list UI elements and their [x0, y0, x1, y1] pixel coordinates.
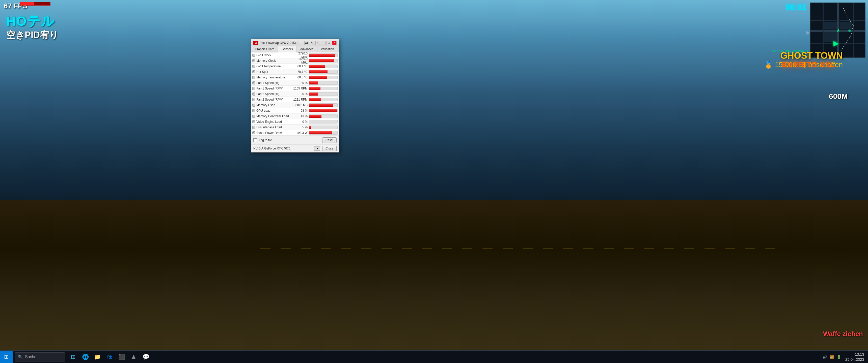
sensor-row-fan2-rpm: ▾ Fan 2 Speed (RPM) 1211 RPM	[251, 97, 339, 102]
taskbar-search-placeholder: Suche	[25, 355, 36, 359]
gpuz-device-name: NVIDIA GeForce RTX 4070	[253, 147, 312, 150]
sensor-name-mem-temp: ▾ Memory Temperature	[252, 76, 293, 79]
sensor-dropdown-fan1-rpm[interactable]: ▾	[252, 87, 255, 90]
sensor-bar-mem-ctrl	[309, 115, 321, 118]
tab-graphics-card[interactable]: Graphics Card	[251, 46, 278, 52]
sensor-name-bus-if: ▾ Bus Interface Load	[252, 126, 293, 129]
network-icon[interactable]: 🔊	[822, 355, 827, 359]
sensor-bar-container-gpu-temp	[309, 65, 338, 68]
sensor-bar-container-mem-used	[309, 103, 338, 107]
sensor-bar-container-bus-if	[309, 126, 338, 129]
sensor-dropdown-mem-used[interactable]: ▾	[252, 104, 255, 107]
sensor-row-hot-spot: ▾ Hot Spot 70.7 °C	[251, 69, 339, 75]
taskbar-apps: ⊞ 🌐 📁 🛍 ⬛ ♟ 💬	[68, 352, 151, 363]
battery-icon[interactable]: 🔋	[836, 355, 841, 359]
sensor-bar-container-memory-clock	[309, 59, 338, 63]
sensor-bar-memory-clock	[309, 59, 334, 62]
sensor-bar-bus-if	[309, 126, 311, 129]
gpuz-reset-button[interactable]: Reset	[322, 137, 337, 143]
sensor-name-hot-spot: ▾ Hot Spot	[252, 70, 293, 74]
gpuz-logo: W	[253, 41, 258, 45]
road-markings	[260, 249, 781, 249]
sensor-value-bus-if: 5 %	[293, 126, 309, 129]
sensor-row-mem-ctrl: ▾ Memory Controller Load 43 %	[251, 113, 339, 119]
taskbar-app-terminal[interactable]: ⬛	[116, 352, 127, 363]
sensor-bar-container-board-power	[309, 131, 338, 135]
sensor-value-mem-ctrl: 43 %	[293, 114, 309, 118]
sensor-dropdown-mem-ctrl[interactable]: ▾	[252, 115, 255, 118]
gpuz-titlebar-buttons: 📷 ⚙ ≡ — □ ✕	[304, 41, 337, 45]
sensor-name-gpu-clock: ▾ GPU Clock	[252, 54, 293, 57]
gpuz-device-dropdown[interactable]: ▾	[314, 146, 320, 151]
gpuz-maximize-btn[interactable]: □	[327, 41, 331, 45]
sensor-row-mem-used: ▾ Memory Used 8813 MB	[251, 102, 339, 108]
sensor-bar-container-fan1-pct	[309, 81, 338, 85]
sensor-bar-fan2-pct	[309, 93, 318, 96]
sensor-row-board-power: ▾ Board Power Draw 193.3 W	[251, 130, 339, 136]
gpuz-camera-btn[interactable]: 📷	[304, 41, 309, 45]
sensor-dropdown-fan1-pct[interactable]: ▾	[252, 81, 255, 85]
sensor-bar-hot-spot	[309, 70, 328, 73]
sensor-bar-container-vid-engine	[309, 120, 338, 124]
gpuz-close-btn[interactable]: ✕	[332, 41, 337, 45]
sensor-bar-container-fan1-rpm	[309, 87, 338, 90]
sensor-bar-container-gpu-load	[309, 109, 338, 112]
taskbar-app-widgets[interactable]: ⊞	[68, 352, 79, 363]
sensor-dropdown-memory-clock[interactable]: ▾	[252, 59, 255, 62]
taskbar-app-explorer[interactable]: 📁	[92, 352, 103, 363]
sensor-bar-container-hot-spot	[309, 70, 338, 74]
gpuz-window[interactable]: W TechPowerUp GPU-Z 2.53.0 📷 ⚙ ≡ — □ ✕ G…	[251, 39, 339, 153]
taskbar-app-edge[interactable]: 🌐	[80, 352, 91, 363]
sensor-name-board-power: ▾ Board Power Draw	[252, 131, 293, 135]
game-background	[0, 0, 868, 363]
sensor-dropdown-fan2-rpm[interactable]: ▾	[252, 98, 255, 101]
sensor-name-vid-engine: ▾ Video Engine Load	[252, 120, 293, 124]
sensor-value-mem-used: 8813 MB	[293, 103, 309, 107]
sensor-row-gpu-temp: ▾ GPU Temperature 60.1 °C	[251, 64, 339, 69]
taskbar-datetime[interactable]: 13:13 25.04.2023	[845, 352, 864, 362]
gpuz-sensors-panel: ▾ GPU Clock 2790.0 MHz ▾ Memory Clock 14…	[251, 53, 339, 136]
volume-icon[interactable]: 📶	[829, 355, 834, 359]
sensor-name-fan2-pct: ▾ Fan 2 Speed (%)	[252, 92, 293, 96]
sensor-dropdown-mem-temp[interactable]: ▾	[252, 76, 255, 79]
sensor-dropdown-hot-spot[interactable]: ▾	[252, 70, 255, 73]
sensor-bar-gpu-load	[309, 109, 337, 112]
sensor-value-fan1-rpm: 1165 RPM	[293, 87, 309, 90]
tab-validation[interactable]: Validation	[317, 46, 338, 52]
sensor-name-fan1-rpm: ▾ Fan 1 Speed (RPM)	[252, 87, 293, 90]
sensor-value-gpu-temp: 60.1 °C	[293, 65, 309, 68]
gpuz-menu-btn[interactable]: ≡	[315, 41, 320, 45]
sensor-row-fan1-pct: ▾ Fan 1 Speed (%) 30 %	[251, 80, 339, 86]
sensor-name-fan2-rpm: ▾ Fan 2 Speed (RPM)	[252, 98, 293, 101]
sensor-dropdown-gpu-clock[interactable]: ▾	[252, 54, 255, 57]
gpuz-close-button[interactable]: Close	[322, 146, 337, 151]
gpuz-minimize-btn[interactable]: —	[321, 41, 326, 45]
taskbar-app-steam[interactable]: ♟	[128, 352, 139, 363]
taskbar-app-discord[interactable]: 💬	[140, 352, 151, 363]
sensor-dropdown-gpu-temp[interactable]: ▾	[252, 65, 255, 68]
taskbar-date: 25.04.2023	[845, 357, 864, 362]
gpuz-title: TechPowerUp GPU-Z 2.53.0	[260, 41, 303, 45]
gpuz-log-label: Log to file	[259, 138, 320, 142]
sensor-bar-fan1-rpm	[309, 87, 320, 90]
sensor-bar-gpu-temp	[309, 65, 325, 68]
sensor-bar-board-power	[309, 131, 332, 134]
gpuz-titlebar: W TechPowerUp GPU-Z 2.53.0 📷 ⚙ ≡ — □ ✕	[251, 39, 339, 46]
sensor-dropdown-bus-if[interactable]: ▾	[252, 126, 255, 129]
sensor-name-memory-clock: ▾ Memory Clock	[252, 59, 293, 63]
road-surface	[0, 200, 868, 363]
gpuz-log-checkbox[interactable]	[253, 138, 257, 142]
sensor-dropdown-vid-engine[interactable]: ▾	[252, 120, 255, 123]
taskbar-search[interactable]: 🔍 Suche	[14, 353, 65, 362]
sensor-value-fan2-rpm: 1211 RPM	[293, 98, 309, 101]
sensor-value-gpu-load: 98 %	[293, 109, 309, 112]
sensor-bar-container-mem-temp	[309, 76, 338, 79]
taskbar-start-button[interactable]: ⊞	[0, 351, 12, 363]
sensor-dropdown-fan2-pct[interactable]: ▾	[252, 93, 255, 96]
gpuz-settings-btn[interactable]: ⚙	[310, 41, 314, 45]
sensor-value-vid-engine: 0 %	[293, 120, 309, 124]
sensor-dropdown-gpu-load[interactable]: ▾	[252, 109, 255, 112]
taskbar-app-store[interactable]: 🛍	[104, 352, 115, 363]
sensor-row-vid-engine: ▾ Video Engine Load 0 %	[251, 119, 339, 125]
sensor-dropdown-board-power[interactable]: ▾	[252, 131, 255, 134]
